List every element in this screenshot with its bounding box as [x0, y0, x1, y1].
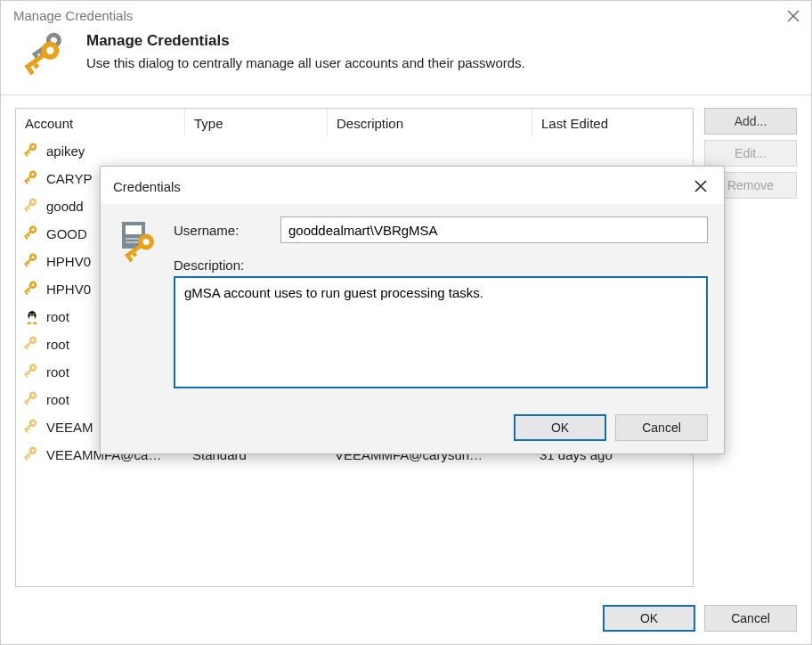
keys-icon	[22, 32, 70, 80]
footer: OK Cancel	[1, 594, 811, 644]
dialog-body: Username: Description:	[101, 204, 724, 404]
col-type[interactable]: Type	[185, 109, 328, 136]
titlebar: Manage Credentials	[1, 1, 811, 29]
close-icon[interactable]	[786, 9, 800, 23]
cell-account: apikey	[23, 143, 192, 160]
close-icon[interactable]	[688, 174, 713, 199]
svg-point-47	[33, 322, 37, 324]
description-block: Description:	[174, 257, 708, 391]
svg-rect-60	[24, 396, 32, 403]
account-name: HPHV0	[46, 282, 91, 297]
dialog-form: Username: Description:	[174, 216, 708, 391]
dialog-titlebar: Credentials	[101, 167, 724, 204]
add-button[interactable]: Add...	[704, 108, 797, 135]
svg-point-44	[30, 314, 31, 314]
dialog-ok-button[interactable]: OK	[514, 414, 606, 441]
account-name: apikey	[46, 143, 85, 159]
svg-point-46	[27, 322, 31, 324]
col-last-edited[interactable]: Last Edited	[532, 109, 693, 136]
svg-rect-55	[24, 368, 32, 375]
username-row: Username:	[174, 216, 708, 243]
description-input[interactable]	[174, 276, 708, 388]
col-account[interactable]: Account	[16, 109, 185, 136]
svg-rect-12	[24, 147, 32, 154]
credentials-dialog: Credentials Username:	[100, 166, 725, 454]
table-header: Account Type Description Last Edited	[16, 109, 693, 137]
credential-icon	[117, 218, 161, 263]
ok-button[interactable]: OK	[603, 605, 695, 632]
svg-rect-65	[24, 423, 32, 430]
header-title: Manage Credentials	[86, 32, 525, 50]
table-row[interactable]: apikey	[16, 137, 693, 165]
dialog-cancel-button[interactable]: Cancel	[615, 414, 708, 441]
account-name: GOOD	[46, 226, 87, 241]
account-name: CARYP	[46, 171, 92, 186]
svg-rect-22	[24, 202, 32, 209]
account-name: HPHV0	[46, 254, 91, 269]
account-name: root	[46, 364, 69, 380]
account-name: root	[46, 392, 69, 407]
svg-rect-32	[24, 257, 32, 265]
account-name: VEEAM	[46, 420, 93, 435]
header-text: Manage Credentials Use this dialog to ce…	[86, 32, 525, 70]
svg-rect-17	[24, 175, 32, 182]
svg-point-45	[33, 314, 34, 314]
dialog-title: Credentials	[113, 179, 181, 194]
description-label: Description:	[174, 257, 708, 273]
svg-rect-74	[126, 225, 142, 234]
col-description[interactable]: Description	[328, 109, 532, 136]
svg-rect-27	[24, 230, 32, 237]
window-title: Manage Credentials	[13, 8, 133, 23]
username-label: Username:	[174, 223, 272, 238]
cancel-button[interactable]: Cancel	[704, 605, 797, 632]
account-name: root	[46, 309, 69, 324]
svg-rect-37	[24, 285, 32, 292]
svg-rect-70	[24, 451, 32, 458]
username-input[interactable]	[280, 216, 708, 243]
header: Manage Credentials Use this dialog to ce…	[1, 29, 811, 95]
header-subtitle: Use this dialog to centrally manage all …	[86, 55, 525, 70]
edit-button: Edit...	[704, 140, 797, 167]
account-name: goodd	[46, 199, 84, 214]
account-name: root	[46, 337, 69, 352]
svg-rect-50	[24, 340, 32, 347]
dialog-footer: OK Cancel	[101, 404, 724, 453]
